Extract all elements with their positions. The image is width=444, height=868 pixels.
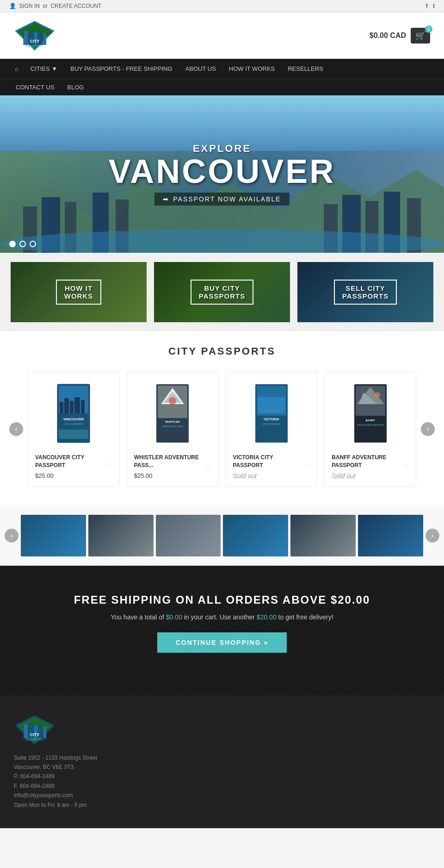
continue-shopping-button[interactable]: CONTINUE SHOPPING » bbox=[157, 632, 287, 653]
thumb-item-4[interactable] bbox=[223, 515, 288, 556]
hero-dot-3[interactable] bbox=[30, 241, 36, 247]
svg-rect-58 bbox=[43, 727, 46, 738]
product-book-victoria: VICTORIA CITY PASSPORT bbox=[253, 383, 290, 443]
product-img-whistler: WHISTLER ADVENTURE PASS bbox=[134, 379, 211, 448]
hero-passport-text: ➡ PASSPORT NOW AVAILABLE bbox=[154, 193, 289, 206]
product-card-victoria[interactable]: VICTORIA CITY PASSPORT VICTORIA CITY PAS… bbox=[226, 371, 318, 487]
products-prev-button[interactable]: ‹ bbox=[9, 422, 23, 436]
nav-buy-passports[interactable]: BUY PASSPORTS - FREE SHIPPING bbox=[64, 59, 179, 79]
nav-contact-us[interactable]: CONTACT US bbox=[9, 79, 61, 95]
or-separator: or bbox=[43, 3, 48, 9]
hero-dots bbox=[9, 241, 36, 247]
feature-cards: HOW ITWORKS BUY CITYPASSPORTS SELL CITYP… bbox=[0, 253, 444, 331]
nav-resellers[interactable]: RESELLERS bbox=[281, 59, 330, 79]
sign-in-link[interactable]: SIGN IN bbox=[19, 3, 40, 9]
thumbnail-strip: ‹ › bbox=[0, 506, 444, 566]
footer-logo[interactable]: CITY PASSPORT. bbox=[14, 714, 56, 746]
thumbstrip-prev-button[interactable]: ‹ bbox=[5, 529, 18, 543]
thumbstrip-next-button[interactable]: › bbox=[426, 529, 439, 543]
thumb-item-5[interactable] bbox=[290, 515, 356, 556]
create-account-link[interactable]: CREATE ACCOUNT bbox=[50, 3, 101, 9]
hero-banner: EXPLORE VANCOUVER ➡ PASSPORT NOW AVAILAB… bbox=[0, 95, 444, 253]
product-img-vancouver: VANCOUVER CITY PASSPORT bbox=[35, 379, 112, 448]
nav-cities[interactable]: CITIES ▼ bbox=[24, 59, 64, 79]
nav-row2: CONTACT US BLOG bbox=[0, 79, 444, 95]
facebook-link[interactable]: f bbox=[426, 3, 428, 9]
products-next-button[interactable]: › bbox=[421, 422, 435, 436]
wishlist-icon-whistler[interactable]: ♡ bbox=[205, 462, 211, 470]
product-price-vancouver: $25.00 bbox=[35, 472, 106, 479]
products-list: VANCOUVER CITY PASSPORT VANCOUVER CITY P… bbox=[28, 371, 416, 487]
product-name-vancouver: VANCOUVER CITY PASSPORT bbox=[35, 454, 106, 469]
nav-how-it-works[interactable]: HOW IT WORKS bbox=[222, 59, 281, 79]
product-img-banff: BANFF ADVENTURE PASSPORT bbox=[332, 379, 409, 448]
products-section: CITY PASSPORTS ‹ VANCOUV bbox=[0, 331, 444, 506]
nav-about-us[interactable]: ABOUT US bbox=[179, 59, 222, 79]
product-bottom-banff: BANFF ADVENTURE PASSPORT Sold out ♡ bbox=[332, 454, 409, 480]
thumb-item-3[interactable] bbox=[156, 515, 221, 556]
hero-overlay: EXPLORE VANCOUVER ➡ PASSPORT NOW AVAILAB… bbox=[0, 95, 444, 253]
svg-rect-54 bbox=[24, 724, 28, 738]
feature-card-label-3: SELL CITYPASSPORTS bbox=[334, 280, 397, 305]
product-card-whistler[interactable]: WHISTLER ADVENTURE PASS WHISTLER ADVENTU… bbox=[127, 371, 219, 487]
svg-rect-28 bbox=[74, 397, 80, 413]
thumb-item-1[interactable] bbox=[21, 515, 86, 556]
footer-address: Suite 1902 - 1133 Hastings Street Vancou… bbox=[14, 753, 430, 810]
svg-rect-42 bbox=[258, 397, 285, 413]
nav-blog[interactable]: BLOG bbox=[61, 79, 90, 95]
svg-rect-26 bbox=[64, 398, 69, 413]
cart-button[interactable]: 0 🛒 bbox=[411, 28, 430, 44]
header: CITY PASSPORT. $0.00 CAD 0 🛒 bbox=[0, 12, 444, 59]
product-name-victoria: VICTORIA CITY PASSPORT bbox=[233, 454, 304, 469]
thumb-item-6[interactable] bbox=[358, 515, 423, 556]
product-card-banff[interactable]: BANFF ADVENTURE PASSPORT BANFF ADVENTURE… bbox=[324, 371, 416, 487]
svg-text:PASSPORT.: PASSPORT. bbox=[26, 738, 44, 741]
hero-dot-2[interactable] bbox=[19, 241, 26, 247]
wishlist-icon-vancouver[interactable]: ♡ bbox=[106, 462, 112, 470]
feature-card-sell-passports[interactable]: SELL CITYPASSPORTS bbox=[297, 262, 433, 322]
product-bottom-vancouver: VANCOUVER CITY PASSPORT $25.00 ♡ bbox=[35, 454, 112, 479]
top-bar: 👤 SIGN IN or CREATE ACCOUNT f t bbox=[0, 0, 444, 12]
svg-text:PASSPORT.: PASSPORT. bbox=[26, 44, 44, 48]
top-bar-auth: 👤 SIGN IN or CREATE ACCOUNT bbox=[9, 3, 103, 9]
thumb-item-2[interactable] bbox=[88, 515, 154, 556]
main-nav: ⌂ CITIES ▼ BUY PASSPORTS - FREE SHIPPING… bbox=[0, 59, 444, 79]
product-book-vancouver: VANCOUVER CITY PASSPORT bbox=[55, 383, 92, 443]
svg-text:CITY: CITY bbox=[30, 732, 40, 737]
cart-badge: 0 bbox=[425, 25, 432, 33]
hero-dot-1[interactable] bbox=[9, 241, 16, 247]
svg-rect-29 bbox=[81, 400, 85, 413]
svg-text:CITY PASSPORT: CITY PASSPORT bbox=[262, 423, 280, 425]
twitter-link[interactable]: t bbox=[433, 3, 435, 9]
feature-card-label-2: BUY CITYPASSPORTS bbox=[191, 280, 253, 305]
feature-card-buy-passports[interactable]: BUY CITYPASSPORTS bbox=[154, 262, 290, 322]
user-icon: 👤 bbox=[9, 3, 16, 9]
logo[interactable]: CITY PASSPORT. bbox=[14, 19, 56, 52]
hero-city-text: VANCOUVER bbox=[109, 155, 336, 188]
product-name-whistler: WHISTLER ADVENTURE PASS... bbox=[134, 454, 205, 469]
wishlist-icon-banff[interactable]: ♡ bbox=[403, 463, 409, 470]
svg-text:CITY: CITY bbox=[30, 39, 40, 44]
logo-area[interactable]: CITY PASSPORT. bbox=[14, 19, 56, 52]
shipping-title: FREE SHIPPING ON ALL ORDERS ABOVE $20.00 bbox=[9, 593, 435, 606]
footer: CITY PASSPORT. Suite 1902 - 1133 Hasting… bbox=[0, 695, 444, 828]
top-bar-social: f t bbox=[422, 3, 435, 9]
wishlist-icon-victoria[interactable]: ♡ bbox=[304, 463, 310, 470]
cart-value-link[interactable]: $0.00 bbox=[166, 613, 182, 621]
svg-point-49 bbox=[375, 392, 380, 398]
free-amount-link[interactable]: $20.00 bbox=[257, 613, 277, 621]
svg-rect-3 bbox=[24, 31, 28, 45]
feature-card-how-it-works[interactable]: HOW ITWORKS bbox=[11, 262, 147, 322]
product-bottom-whistler: WHISTLER ADVENTURE PASS... $25.00 ♡ bbox=[134, 454, 211, 479]
svg-text:WHISTLER: WHISTLER bbox=[165, 420, 180, 423]
cart-icon: 🛒 bbox=[415, 31, 426, 40]
svg-text:CITY PASSPORT: CITY PASSPORT bbox=[65, 423, 83, 425]
svg-rect-27 bbox=[70, 401, 74, 413]
svg-rect-25 bbox=[60, 402, 63, 413]
product-price-whistler: $25.00 bbox=[134, 472, 205, 479]
nav-home[interactable]: ⌂ bbox=[9, 59, 24, 79]
svg-text:VICTORIA: VICTORIA bbox=[264, 418, 279, 421]
product-card-vancouver[interactable]: VANCOUVER CITY PASSPORT VANCOUVER CITY P… bbox=[28, 371, 120, 487]
svg-point-37 bbox=[169, 397, 176, 405]
cart-amount: $0.00 CAD bbox=[370, 31, 406, 40]
